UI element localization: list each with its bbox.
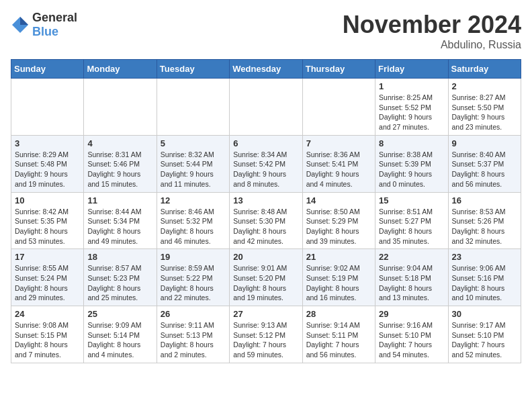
day-number: 25 — [87, 309, 152, 319]
day-info: Sunrise: 8:38 AM Sunset: 5:39 PM Dayligh… — [379, 150, 444, 189]
calendar-cell: 7Sunrise: 8:36 AM Sunset: 5:41 PM Daylig… — [302, 135, 375, 192]
day-info: Sunrise: 9:14 AM Sunset: 5:11 PM Dayligh… — [306, 320, 371, 360]
day-info: Sunrise: 9:01 AM Sunset: 5:20 PM Dayligh… — [233, 263, 298, 303]
day-info: Sunrise: 8:34 AM Sunset: 5:42 PM Dayligh… — [233, 150, 298, 189]
calendar-cell: 25Sunrise: 9:09 AM Sunset: 5:14 PM Dayli… — [84, 306, 157, 363]
day-info: Sunrise: 8:46 AM Sunset: 5:32 PM Dayligh… — [161, 207, 226, 246]
day-number: 21 — [306, 252, 371, 262]
calendar-week-row: 3Sunrise: 8:29 AM Sunset: 5:48 PM Daylig… — [11, 135, 521, 192]
day-number: 12 — [161, 195, 226, 205]
day-number: 15 — [379, 195, 444, 205]
day-info: Sunrise: 8:25 AM Sunset: 5:52 PM Dayligh… — [379, 93, 444, 132]
calendar-week-row: 17Sunrise: 8:55 AM Sunset: 5:24 PM Dayli… — [11, 249, 521, 306]
day-info: Sunrise: 8:53 AM Sunset: 5:26 PM Dayligh… — [452, 207, 517, 246]
day-number: 30 — [452, 309, 517, 319]
calendar-week-row: 24Sunrise: 9:08 AM Sunset: 5:15 PM Dayli… — [11, 306, 521, 363]
day-info: Sunrise: 8:40 AM Sunset: 5:37 PM Dayligh… — [452, 150, 517, 189]
calendar-cell: 5Sunrise: 8:32 AM Sunset: 5:44 PM Daylig… — [157, 135, 229, 192]
calendar-weekday-header: Wednesday — [230, 60, 302, 79]
month-title: November 2024 — [343, 11, 521, 39]
calendar-cell: 22Sunrise: 9:04 AM Sunset: 5:18 PM Dayli… — [375, 249, 448, 306]
day-number: 19 — [161, 252, 226, 262]
day-number: 22 — [379, 252, 444, 262]
calendar-cell: 4Sunrise: 8:31 AM Sunset: 5:46 PM Daylig… — [84, 135, 157, 192]
day-number: 27 — [233, 309, 298, 319]
day-number: 7 — [306, 138, 371, 148]
calendar-cell — [157, 79, 229, 136]
calendar-header-row: SundayMondayTuesdayWednesdayThursdayFrid… — [11, 60, 521, 79]
day-info: Sunrise: 9:13 AM Sunset: 5:12 PM Dayligh… — [233, 320, 298, 360]
day-number: 28 — [306, 309, 371, 319]
calendar-cell: 21Sunrise: 9:02 AM Sunset: 5:19 PM Dayli… — [302, 249, 375, 306]
calendar-table: SundayMondayTuesdayWednesdayThursdayFrid… — [11, 59, 521, 363]
day-info: Sunrise: 8:36 AM Sunset: 5:41 PM Dayligh… — [306, 150, 371, 189]
day-info: Sunrise: 8:51 AM Sunset: 5:27 PM Dayligh… — [379, 207, 444, 246]
calendar-cell: 6Sunrise: 8:34 AM Sunset: 5:42 PM Daylig… — [230, 135, 302, 192]
calendar-cell — [230, 79, 302, 136]
calendar-weekday-header: Monday — [84, 60, 157, 79]
logo-general-text: General — [32, 11, 77, 24]
calendar-cell: 16Sunrise: 8:53 AM Sunset: 5:26 PM Dayli… — [448, 192, 521, 249]
day-number: 3 — [15, 138, 80, 148]
calendar-cell: 2Sunrise: 8:27 AM Sunset: 5:50 PM Daylig… — [448, 79, 521, 136]
day-number: 9 — [452, 138, 517, 148]
calendar-cell — [84, 79, 157, 136]
calendar-cell: 3Sunrise: 8:29 AM Sunset: 5:48 PM Daylig… — [11, 135, 84, 192]
day-number: 18 — [87, 252, 152, 262]
day-number: 23 — [452, 252, 517, 262]
page-header: General Blue November 2024 Abdulino, Rus… — [11, 11, 521, 51]
calendar-weekday-header: Tuesday — [157, 60, 229, 79]
day-info: Sunrise: 8:31 AM Sunset: 5:46 PM Dayligh… — [87, 150, 152, 189]
day-number: 13 — [233, 195, 298, 205]
day-info: Sunrise: 9:02 AM Sunset: 5:19 PM Dayligh… — [306, 263, 371, 303]
calendar-cell: 28Sunrise: 9:14 AM Sunset: 5:11 PM Dayli… — [302, 306, 375, 363]
calendar-cell: 24Sunrise: 9:08 AM Sunset: 5:15 PM Dayli… — [11, 306, 84, 363]
calendar-cell: 9Sunrise: 8:40 AM Sunset: 5:37 PM Daylig… — [448, 135, 521, 192]
day-number: 5 — [161, 138, 226, 148]
calendar-weekday-header: Friday — [375, 60, 448, 79]
day-info: Sunrise: 9:17 AM Sunset: 5:10 PM Dayligh… — [452, 320, 517, 360]
day-number: 8 — [379, 138, 444, 148]
title-block: November 2024 Abdulino, Russia — [343, 11, 521, 51]
calendar-cell: 26Sunrise: 9:11 AM Sunset: 5:13 PM Dayli… — [157, 306, 229, 363]
day-info: Sunrise: 9:08 AM Sunset: 5:15 PM Dayligh… — [15, 320, 80, 360]
day-info: Sunrise: 8:55 AM Sunset: 5:24 PM Dayligh… — [15, 263, 80, 303]
calendar-cell: 14Sunrise: 8:50 AM Sunset: 5:29 PM Dayli… — [302, 192, 375, 249]
calendar-cell: 30Sunrise: 9:17 AM Sunset: 5:10 PM Dayli… — [448, 306, 521, 363]
logo-icon — [11, 15, 30, 34]
day-info: Sunrise: 8:57 AM Sunset: 5:23 PM Dayligh… — [87, 263, 152, 303]
day-number: 26 — [161, 309, 226, 319]
calendar-weekday-header: Saturday — [448, 60, 521, 79]
calendar-cell: 20Sunrise: 9:01 AM Sunset: 5:20 PM Dayli… — [230, 249, 302, 306]
calendar-cell: 11Sunrise: 8:44 AM Sunset: 5:34 PM Dayli… — [84, 192, 157, 249]
day-info: Sunrise: 9:06 AM Sunset: 5:16 PM Dayligh… — [452, 263, 517, 303]
day-number: 10 — [15, 195, 80, 205]
svg-marker-1 — [20, 17, 28, 25]
calendar-cell: 12Sunrise: 8:46 AM Sunset: 5:32 PM Dayli… — [157, 192, 229, 249]
day-info: Sunrise: 9:09 AM Sunset: 5:14 PM Dayligh… — [87, 320, 152, 360]
day-info: Sunrise: 8:27 AM Sunset: 5:50 PM Dayligh… — [452, 93, 517, 132]
day-number: 24 — [15, 309, 80, 319]
day-number: 4 — [87, 138, 152, 148]
calendar-cell: 8Sunrise: 8:38 AM Sunset: 5:39 PM Daylig… — [375, 135, 448, 192]
calendar-week-row: 1Sunrise: 8:25 AM Sunset: 5:52 PM Daylig… — [11, 79, 521, 136]
calendar-cell: 13Sunrise: 8:48 AM Sunset: 5:30 PM Dayli… — [230, 192, 302, 249]
day-info: Sunrise: 8:44 AM Sunset: 5:34 PM Dayligh… — [87, 207, 152, 246]
calendar-cell: 17Sunrise: 8:55 AM Sunset: 5:24 PM Dayli… — [11, 249, 84, 306]
calendar-cell: 15Sunrise: 8:51 AM Sunset: 5:27 PM Dayli… — [375, 192, 448, 249]
calendar-cell: 27Sunrise: 9:13 AM Sunset: 5:12 PM Dayli… — [230, 306, 302, 363]
logo: General Blue — [11, 11, 77, 39]
calendar-cell: 19Sunrise: 8:59 AM Sunset: 5:22 PM Dayli… — [157, 249, 229, 306]
calendar-cell: 10Sunrise: 8:42 AM Sunset: 5:35 PM Dayli… — [11, 192, 84, 249]
calendar-cell — [302, 79, 375, 136]
day-info: Sunrise: 8:48 AM Sunset: 5:30 PM Dayligh… — [233, 207, 298, 246]
calendar-cell: 18Sunrise: 8:57 AM Sunset: 5:23 PM Dayli… — [84, 249, 157, 306]
location-title: Abdulino, Russia — [343, 39, 521, 51]
calendar-weekday-header: Sunday — [11, 60, 84, 79]
day-info: Sunrise: 9:16 AM Sunset: 5:10 PM Dayligh… — [379, 320, 444, 360]
calendar-cell: 23Sunrise: 9:06 AM Sunset: 5:16 PM Dayli… — [448, 249, 521, 306]
day-number: 20 — [233, 252, 298, 262]
calendar-weekday-header: Thursday — [302, 60, 375, 79]
day-info: Sunrise: 8:42 AM Sunset: 5:35 PM Dayligh… — [15, 207, 80, 246]
calendar-cell: 29Sunrise: 9:16 AM Sunset: 5:10 PM Dayli… — [375, 306, 448, 363]
